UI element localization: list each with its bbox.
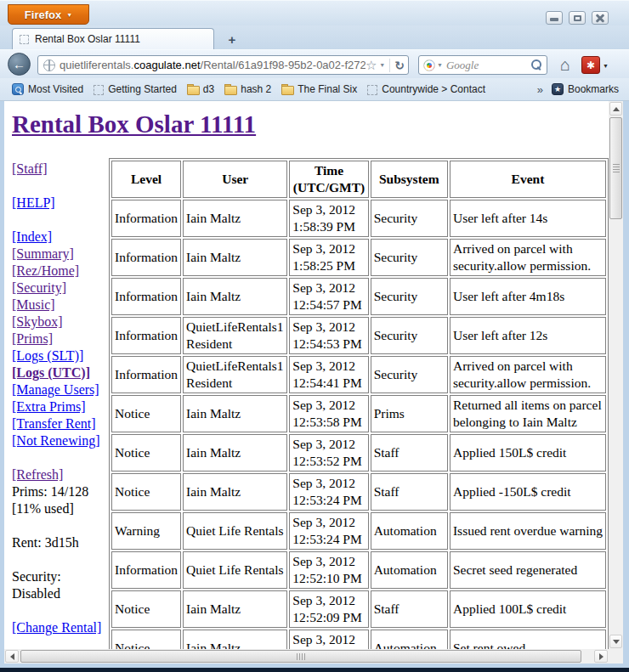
sidebar-link[interactable]: [Music]: [12, 296, 101, 313]
sidebar-link[interactable]: [Rez/Home]: [12, 263, 101, 280]
sidebar-group: [Change Rental]: [12, 619, 101, 636]
cell-user: Iain Maltz: [183, 239, 287, 276]
tab-rental-box[interactable]: Rental Box Oslar 11111: [12, 28, 214, 49]
sidebar-text: [11% used]: [12, 500, 101, 517]
toolbar-overflow-icon[interactable]: »: [532, 83, 548, 96]
search-engine-dropdown-icon[interactable]: ▼: [437, 62, 443, 68]
cell-time: Sep 3, 2012 12:54:53 PM: [289, 317, 368, 354]
cell-time: Sep 3, 2012 12:53:52 PM: [289, 434, 368, 472]
bookmark-item[interactable]: Getting Started: [88, 82, 182, 97]
cell-time: Sep 3, 2012 12:53:24 PM: [289, 473, 368, 511]
cell-event: Applied -150L$ credit: [450, 473, 606, 511]
sidebar-text: Rent: 3d15h: [12, 534, 101, 551]
placeholder-icon: [94, 85, 104, 95]
new-tab-button[interactable]: +: [221, 31, 243, 48]
sidebar-link[interactable]: [Not Renewing]: [12, 432, 101, 449]
url-input[interactable]: quietliferentals.coagulate.net/Rental/61…: [60, 59, 366, 71]
sidebar-link[interactable]: [Transfer Rent]: [12, 415, 101, 432]
window-frame-edge: [0, 668, 629, 672]
table-row: WarningQuiet Life RentalsSep 3, 2012 12:…: [111, 512, 606, 550]
cell-user: Iain Maltz: [183, 590, 287, 628]
minimize-button[interactable]: [546, 11, 563, 25]
scroll-down-button[interactable]: [609, 635, 622, 648]
sidebar-link[interactable]: [Change Rental]: [12, 619, 101, 636]
cell-subsystem: Staff: [371, 434, 448, 472]
url-dropdown-icon[interactable]: ▼: [379, 62, 385, 68]
window-controls: [546, 11, 609, 25]
sidebar-link[interactable]: [Refresh]: [12, 466, 101, 483]
table-row: InformationIain MaltzSep 3, 2012 1:58:39…: [111, 200, 606, 237]
sidebar-link[interactable]: [Logs (SLT)]: [12, 347, 101, 364]
lastpass-addon-button[interactable]: ✱: [581, 56, 600, 74]
bookmark-label: The Final Six: [298, 83, 357, 95]
sidebar-link[interactable]: [Logs (UTC)]: [12, 364, 101, 381]
restore-button[interactable]: [569, 11, 586, 25]
bookmarks-menu-button[interactable]: ★ Bookmarks: [548, 82, 622, 97]
sidebar-link[interactable]: [Summary]: [12, 246, 101, 263]
bookmark-item[interactable]: The Final Six: [276, 81, 362, 98]
search-input[interactable]: Google: [446, 59, 531, 72]
sidebar-link[interactable]: [HELP]: [12, 195, 101, 212]
arrow-down-icon: [613, 640, 620, 644]
scroll-left-button[interactable]: [5, 650, 19, 663]
google-engine-icon[interactable]: [423, 59, 435, 71]
restore-icon: [574, 15, 581, 21]
horizontal-scrollbar[interactable]: [4, 649, 609, 664]
sidebar-link[interactable]: [Skybox]: [12, 313, 101, 330]
search-icon[interactable]: [531, 59, 542, 71]
sidebar-link[interactable]: [Staff]: [12, 161, 101, 178]
bookmark-item[interactable]: Most Visited: [7, 82, 88, 97]
bookmark-item[interactable]: hash 2: [219, 81, 276, 98]
vertical-scrollbar-thumb[interactable]: [609, 117, 622, 219]
bookmark-star-icon[interactable]: ☆: [366, 58, 377, 73]
arrow-up-icon: [613, 107, 620, 111]
cell-event: Arrived on parcel with security.allow pe…: [450, 356, 606, 393]
cell-user: Iain Maltz: [183, 395, 287, 432]
cell-subsystem: Staff: [371, 590, 448, 628]
thumb-grip-icon: [613, 164, 620, 172]
sidebar-link[interactable]: [Security]: [12, 280, 101, 296]
horizontal-scrollbar-thumb[interactable]: [20, 650, 581, 663]
cell-user: Iain Maltz: [183, 200, 287, 237]
scroll-up-button[interactable]: [609, 102, 622, 116]
sidebar-link[interactable]: [Extra Prims]: [12, 398, 101, 415]
cell-time: Sep 3, 2012 12:52:10 PM: [289, 551, 368, 589]
cell-level: Notice: [111, 395, 181, 432]
back-button[interactable]: ←: [8, 53, 31, 76]
cell-user: Iain Maltz: [183, 434, 287, 472]
bookmark-label: Most Visited: [28, 83, 83, 95]
firefox-menu-button[interactable]: Firefox ▼: [8, 4, 89, 25]
cell-event: Issued rent overdue warning: [450, 512, 606, 550]
sidebar-group: [HELP]: [12, 195, 101, 212]
home-button[interactable]: ⌂: [554, 54, 576, 76]
cell-time: Sep 3, 2012 12:51:48 PM: [289, 630, 368, 649]
site-identity-globe-icon[interactable]: [43, 59, 55, 71]
cell-user: QuietLifeRentals1 Resident: [183, 317, 287, 354]
vertical-scrollbar[interactable]: [609, 101, 623, 649]
bookmark-item[interactable]: d3: [182, 81, 219, 98]
url-bar[interactable]: quietliferentals.coagulate.net/Rental/61…: [37, 55, 409, 75]
page-title-link[interactable]: Rental Box Oslar 11111: [12, 110, 609, 138]
cell-level: Information: [111, 200, 181, 237]
reload-icon[interactable]: ↻: [394, 59, 405, 72]
tab-strip: Rental Box Oslar 11111 +: [0, 25, 629, 49]
lastpass-dropdown-icon[interactable]: ▼: [603, 63, 609, 69]
scroll-right-button[interactable]: [594, 650, 608, 663]
close-button[interactable]: [592, 11, 609, 25]
bookmark-label: d3: [203, 83, 214, 95]
sidebar-link[interactable]: [Manage Users]: [12, 381, 101, 398]
bookmark-item[interactable]: Countrywide > Contact: [362, 82, 490, 97]
search-bar[interactable]: ▼ Google: [418, 55, 547, 75]
bookmarks-toolbar: Most VisitedGetting Startedd3hash 2The F…: [0, 78, 629, 101]
cell-time: Sep 3, 2012 12:53:24 PM: [289, 512, 368, 550]
cell-level: Information: [111, 278, 181, 315]
table-row: InformationQuietLifeRentals1 ResidentSep…: [111, 317, 606, 354]
cell-level: Information: [111, 356, 181, 393]
table-row: InformationIain MaltzSep 3, 2012 12:54:5…: [111, 278, 606, 315]
sidebar-link[interactable]: [Prims]: [12, 330, 101, 347]
sidebar-link[interactable]: [Index]: [12, 229, 101, 246]
arrow-left-icon: [10, 653, 14, 660]
sidebar-text: Security:: [12, 568, 101, 585]
folder-icon: [187, 84, 199, 96]
navigation-toolbar: ← quietliferentals.coagulate.net/Rental/…: [0, 49, 629, 78]
